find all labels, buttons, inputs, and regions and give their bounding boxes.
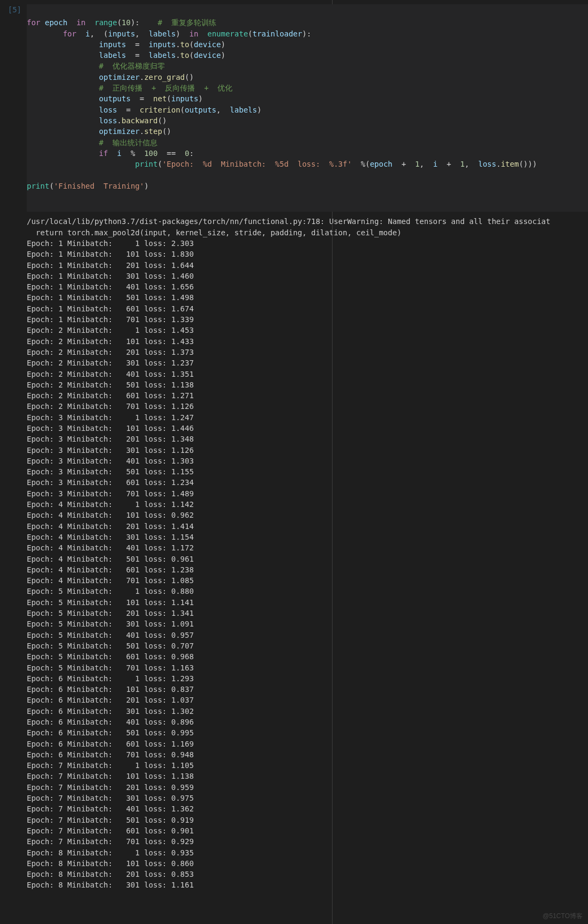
output-line: Epoch: 1 Minibatch: 101 loss: 1.830 bbox=[27, 249, 588, 259]
output-line: Epoch: 3 Minibatch: 501 loss: 1.155 bbox=[27, 466, 588, 477]
output-line: Epoch: 1 Minibatch: 301 loss: 1.460 bbox=[27, 271, 588, 281]
output-line: Epoch: 6 Minibatch: 301 loss: 1.302 bbox=[27, 706, 588, 717]
output-line: Epoch: 5 Minibatch: 201 loss: 1.341 bbox=[27, 608, 588, 619]
output-line: Epoch: 3 Minibatch: 701 loss: 1.489 bbox=[27, 488, 588, 499]
output-area: /usr/local/lib/python3.7/dist-packages/t… bbox=[0, 212, 588, 895]
output-line: Epoch: 8 Minibatch: 201 loss: 0.853 bbox=[27, 869, 588, 880]
output-line: Epoch: 1 Minibatch: 401 loss: 1.656 bbox=[27, 281, 588, 292]
output-line: Epoch: 2 Minibatch: 501 loss: 1.138 bbox=[27, 379, 588, 390]
output-line: Epoch: 4 Minibatch: 201 loss: 1.414 bbox=[27, 521, 588, 532]
output-line: Epoch: 3 Minibatch: 301 loss: 1.126 bbox=[27, 445, 588, 456]
output-line: Epoch: 3 Minibatch: 601 loss: 1.234 bbox=[27, 477, 588, 488]
output-line: Epoch: 5 Minibatch: 401 loss: 0.957 bbox=[27, 630, 588, 640]
output-line: Epoch: 6 Minibatch: 601 loss: 1.169 bbox=[27, 739, 588, 749]
code-line: inputs = inputs.to(device) bbox=[27, 40, 225, 49]
output-line: Epoch: 4 Minibatch: 701 loss: 1.085 bbox=[27, 575, 588, 586]
output-line: Epoch: 5 Minibatch: 501 loss: 0.707 bbox=[27, 640, 588, 651]
output-warning: return torch.max_pool2d(input, kernel_si… bbox=[27, 227, 588, 238]
code-line: outputs = net(inputs) bbox=[27, 94, 203, 103]
code-cell[interactable]: [5] for epoch in range(10): # 重复多轮训练 for… bbox=[0, 0, 588, 212]
code-line: print('Finished Training') bbox=[27, 182, 149, 190]
output-line: Epoch: 1 Minibatch: 1 loss: 2.303 bbox=[27, 238, 588, 249]
watermark: @51CTO博客 bbox=[542, 912, 583, 921]
output-line: Epoch: 6 Minibatch: 1 loss: 1.293 bbox=[27, 673, 588, 684]
output-warning: /usr/local/lib/python3.7/dist-packages/t… bbox=[27, 216, 588, 227]
output-line: Epoch: 4 Minibatch: 601 loss: 1.238 bbox=[27, 564, 588, 575]
output-line: Epoch: 6 Minibatch: 101 loss: 0.837 bbox=[27, 684, 588, 695]
output-line: Epoch: 7 Minibatch: 501 loss: 0.919 bbox=[27, 815, 588, 825]
code-line: labels = labels.to(device) bbox=[27, 51, 225, 59]
code-line: for epoch in range(10): # 重复多轮训练 bbox=[27, 18, 216, 27]
output-line: Epoch: 2 Minibatch: 301 loss: 1.237 bbox=[27, 357, 588, 368]
output-line: Epoch: 2 Minibatch: 601 loss: 1.271 bbox=[27, 390, 588, 401]
code-line: # 输出统计信息 bbox=[27, 138, 157, 147]
output-line: Epoch: 4 Minibatch: 401 loss: 1.172 bbox=[27, 542, 588, 553]
output-line: Epoch: 6 Minibatch: 701 loss: 0.948 bbox=[27, 749, 588, 760]
code-line: # 优化器梯度归零 bbox=[27, 62, 165, 70]
code-line: for i, (inputs, labels) in enumerate(tra… bbox=[27, 29, 311, 38]
output-line: Epoch: 5 Minibatch: 1 loss: 0.880 bbox=[27, 586, 588, 597]
output-line: Epoch: 2 Minibatch: 201 loss: 1.373 bbox=[27, 347, 588, 357]
output-line: Epoch: 2 Minibatch: 401 loss: 1.351 bbox=[27, 369, 588, 379]
code-input-area[interactable]: for epoch in range(10): # 重复多轮训练 for i, … bbox=[27, 4, 588, 212]
output-line: Epoch: 7 Minibatch: 301 loss: 0.975 bbox=[27, 793, 588, 803]
code-line: if i % 100 == 0: bbox=[27, 149, 194, 158]
output-line: Epoch: 1 Minibatch: 201 loss: 1.644 bbox=[27, 260, 588, 271]
output-line: Epoch: 3 Minibatch: 401 loss: 1.303 bbox=[27, 456, 588, 466]
output-line: Epoch: 4 Minibatch: 1 loss: 1.142 bbox=[27, 499, 588, 510]
output-line: Epoch: 5 Minibatch: 601 loss: 0.968 bbox=[27, 651, 588, 662]
output-line: Epoch: 4 Minibatch: 501 loss: 0.961 bbox=[27, 554, 588, 564]
output-line: Epoch: 1 Minibatch: 501 loss: 1.498 bbox=[27, 292, 588, 303]
cell-prompt: [5] bbox=[0, 4, 27, 15]
output-line: Epoch: 7 Minibatch: 401 loss: 1.362 bbox=[27, 803, 588, 814]
output-line: Epoch: 3 Minibatch: 201 loss: 1.348 bbox=[27, 434, 588, 444]
code-line: optimizer.zero_grad() bbox=[27, 73, 194, 81]
output-line: Epoch: 7 Minibatch: 701 loss: 0.929 bbox=[27, 836, 588, 847]
output-line: Epoch: 2 Minibatch: 1 loss: 1.453 bbox=[27, 325, 588, 336]
output-line: Epoch: 7 Minibatch: 1 loss: 1.105 bbox=[27, 760, 588, 771]
output-line: Epoch: 6 Minibatch: 501 loss: 0.995 bbox=[27, 727, 588, 738]
code-line: optimizer.step() bbox=[27, 127, 171, 136]
output-line: Epoch: 8 Minibatch: 301 loss: 1.161 bbox=[27, 880, 588, 890]
code-line: loss.backward() bbox=[27, 116, 167, 125]
output-line: Epoch: 2 Minibatch: 101 loss: 1.433 bbox=[27, 336, 588, 347]
output-line: Epoch: 3 Minibatch: 101 loss: 1.446 bbox=[27, 423, 588, 434]
output-line: Epoch: 3 Minibatch: 1 loss: 1.247 bbox=[27, 412, 588, 423]
output-line: Epoch: 4 Minibatch: 101 loss: 0.962 bbox=[27, 510, 588, 520]
code-line: loss = criterion(outputs, labels) bbox=[27, 106, 261, 114]
output-line: Epoch: 7 Minibatch: 201 loss: 0.959 bbox=[27, 782, 588, 793]
output-line: Epoch: 5 Minibatch: 301 loss: 1.091 bbox=[27, 619, 588, 629]
output-line: Epoch: 6 Minibatch: 201 loss: 1.037 bbox=[27, 695, 588, 705]
output-line: Epoch: 8 Minibatch: 1 loss: 0.935 bbox=[27, 847, 588, 858]
output-line: Epoch: 2 Minibatch: 701 loss: 1.126 bbox=[27, 401, 588, 412]
output-line: Epoch: 5 Minibatch: 701 loss: 1.163 bbox=[27, 662, 588, 673]
output-line: Epoch: 1 Minibatch: 701 loss: 1.339 bbox=[27, 314, 588, 325]
output-line: Epoch: 5 Minibatch: 101 loss: 1.141 bbox=[27, 597, 588, 608]
code-line: print('Epoch: %d Minibatch: %5d loss: %.… bbox=[27, 160, 537, 168]
code-line: # 正向传播 + 反向传播 + 优化 bbox=[27, 84, 232, 92]
output-line: Epoch: 8 Minibatch: 101 loss: 0.860 bbox=[27, 858, 588, 869]
output-line: Epoch: 7 Minibatch: 601 loss: 0.901 bbox=[27, 825, 588, 836]
output-line: Epoch: 6 Minibatch: 401 loss: 0.896 bbox=[27, 717, 588, 727]
output-line: Epoch: 4 Minibatch: 301 loss: 1.154 bbox=[27, 532, 588, 542]
output-line: Epoch: 7 Minibatch: 101 loss: 1.138 bbox=[27, 771, 588, 781]
output-line: Epoch: 1 Minibatch: 601 loss: 1.674 bbox=[27, 303, 588, 314]
